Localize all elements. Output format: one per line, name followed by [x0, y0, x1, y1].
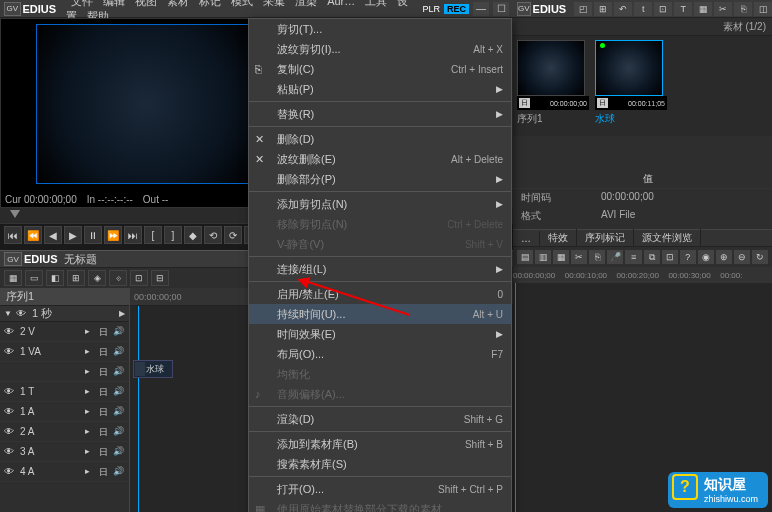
context-menu-item[interactable]: 替换(R)▶: [249, 104, 511, 124]
track-header[interactable]: ▸ 日 🔊: [0, 362, 129, 382]
panel-tab[interactable]: 特效: [540, 229, 577, 247]
minimize-button[interactable]: —: [473, 2, 489, 16]
toolbar-button[interactable]: ⧉: [644, 250, 660, 264]
context-menu-item[interactable]: 时间效果(E)▶: [249, 324, 511, 344]
context-menu-item[interactable]: ✕删除(D): [249, 129, 511, 149]
menu-item[interactable]: 视图: [130, 0, 162, 8]
context-menu-item[interactable]: 布局(O)...F7: [249, 344, 511, 364]
toolbar-button[interactable]: ⊕: [716, 250, 732, 264]
toolbar-button[interactable]: ≡: [625, 250, 641, 264]
menu-item[interactable]: Aur…: [322, 0, 360, 8]
menu-item[interactable]: 渲染: [290, 0, 322, 8]
bin-thumbnail[interactable]: 日00:00:11;05 水球: [595, 40, 667, 132]
timeline-scale[interactable]: ▼ 👁 1 秒 ▶: [0, 306, 129, 322]
toolbar-button[interactable]: ⎘: [734, 2, 752, 16]
panel-tab[interactable]: 源文件浏览: [634, 229, 701, 247]
toolbar-button[interactable]: ▭: [25, 270, 43, 286]
toolbar-button[interactable]: t: [634, 2, 652, 16]
transport-button[interactable]: ⏭: [124, 226, 142, 244]
lock-icon[interactable]: ▸: [85, 446, 97, 458]
preview-viewport[interactable]: [36, 24, 256, 184]
eye-icon[interactable]: 👁: [16, 308, 28, 319]
playhead-line[interactable]: [515, 283, 516, 512]
toolbar-button[interactable]: ⟐: [109, 270, 127, 286]
lock-icon[interactable]: ▸: [85, 426, 97, 438]
bin-breadcrumb[interactable]: 素材 (1/2): [513, 18, 772, 36]
toolbar-button[interactable]: ◈: [88, 270, 106, 286]
transport-button[interactable]: ⟲: [204, 226, 222, 244]
context-menu-item[interactable]: ✕波纹删除(E)Alt + Delete: [249, 149, 511, 169]
mute-icon[interactable]: 日: [99, 466, 111, 478]
context-menu-item[interactable]: 添加到素材库(B)Shift + B: [249, 434, 511, 454]
speaker-icon[interactable]: 🔊: [113, 446, 125, 458]
toolbar-button[interactable]: ↻: [752, 250, 768, 264]
track-header[interactable]: 👁 4 A ▸ 日 🔊: [0, 462, 129, 482]
menu-item[interactable]: 采集: [258, 0, 290, 8]
eye-icon[interactable]: 👁: [4, 406, 16, 417]
eye-icon[interactable]: 👁: [4, 346, 16, 357]
lock-icon[interactable]: ▸: [85, 366, 97, 378]
context-menu-item[interactable]: 渲染(D)Shift + G: [249, 409, 511, 429]
transport-button[interactable]: ⏩: [104, 226, 122, 244]
transport-button[interactable]: ⏸: [84, 226, 102, 244]
eye-icon[interactable]: 👁: [4, 446, 16, 457]
context-menu-item[interactable]: 删除部分(P)▶: [249, 169, 511, 189]
mute-icon[interactable]: 日: [99, 406, 111, 418]
menu-item[interactable]: 文件: [66, 0, 98, 8]
mute-icon[interactable]: 日: [99, 446, 111, 458]
track-header[interactable]: 👁 1 VA ▸ 日 🔊: [0, 342, 129, 362]
speaker-icon[interactable]: 🔊: [113, 346, 125, 358]
toolbar-button[interactable]: 🎤: [607, 250, 623, 264]
track-header[interactable]: 👁 1 T ▸ 日 🔊: [0, 382, 129, 402]
toolbar-button[interactable]: T: [674, 2, 692, 16]
menu-item[interactable]: 标记: [194, 0, 226, 8]
track-header[interactable]: 👁 2 A ▸ 日 🔊: [0, 422, 129, 442]
speaker-icon[interactable]: 🔊: [113, 386, 125, 398]
speaker-icon[interactable]: 🔊: [113, 406, 125, 418]
mute-icon[interactable]: 日: [99, 326, 111, 338]
playhead-line[interactable]: [138, 306, 139, 512]
eye-icon[interactable]: 👁: [4, 426, 16, 437]
toolbar-button[interactable]: ⊡: [662, 250, 678, 264]
speaker-icon[interactable]: 🔊: [113, 366, 125, 378]
transport-button[interactable]: ▶: [64, 226, 82, 244]
toolbar-button[interactable]: ✂: [571, 250, 587, 264]
context-menu-item[interactable]: 剪切(T)...: [249, 19, 511, 39]
toolbar-button[interactable]: ⊞: [594, 2, 612, 16]
panel-tab[interactable]: 序列标记: [577, 229, 634, 247]
menu-item[interactable]: 工具: [360, 0, 392, 8]
context-menu-item[interactable]: 波纹剪切(I)...Alt + X: [249, 39, 511, 59]
toolbar-button[interactable]: ⊞: [67, 270, 85, 286]
mute-icon[interactable]: 日: [99, 386, 111, 398]
speaker-icon[interactable]: 🔊: [113, 426, 125, 438]
mute-icon[interactable]: 日: [99, 346, 111, 358]
transport-button[interactable]: ⏪: [24, 226, 42, 244]
context-menu-item[interactable]: 启用/禁止(E)0: [249, 284, 511, 304]
menu-item[interactable]: 模式: [226, 0, 258, 8]
toolbar-button[interactable]: ▦: [4, 270, 22, 286]
mute-icon[interactable]: 日: [99, 426, 111, 438]
context-menu-item[interactable]: 搜索素材库(S): [249, 454, 511, 474]
transport-button[interactable]: ⏮: [4, 226, 22, 244]
toolbar-button[interactable]: ◰: [574, 2, 592, 16]
menu-item[interactable]: 素材: [162, 0, 194, 8]
context-menu-item[interactable]: ⎘复制(C)Ctrl + Insert: [249, 59, 511, 79]
toolbar-button[interactable]: ?: [680, 250, 696, 264]
track-header[interactable]: 👁 3 A ▸ 日 🔊: [0, 442, 129, 462]
context-menu-item[interactable]: 持续时间(U)...Alt + U: [249, 304, 511, 324]
lock-icon[interactable]: ▸: [85, 406, 97, 418]
toolbar-button[interactable]: ⊟: [151, 270, 169, 286]
toolbar-button[interactable]: ▤: [517, 250, 533, 264]
lock-icon[interactable]: ▸: [85, 326, 97, 338]
timeline-clip[interactable]: 水球: [133, 360, 173, 378]
toolbar-button[interactable]: ◧: [46, 270, 64, 286]
toolbar-button[interactable]: ▦: [694, 2, 712, 16]
toolbar-button[interactable]: ⎘: [589, 250, 605, 264]
toolbar-button[interactable]: ✂: [714, 2, 732, 16]
transport-button[interactable]: ◀: [44, 226, 62, 244]
toolbar-button[interactable]: ⊡: [130, 270, 148, 286]
sequence-tab[interactable]: 序列1: [0, 288, 129, 306]
toolbar-button[interactable]: ↶: [614, 2, 632, 16]
mute-icon[interactable]: 日: [99, 366, 111, 378]
panel-tab[interactable]: …: [513, 231, 540, 246]
